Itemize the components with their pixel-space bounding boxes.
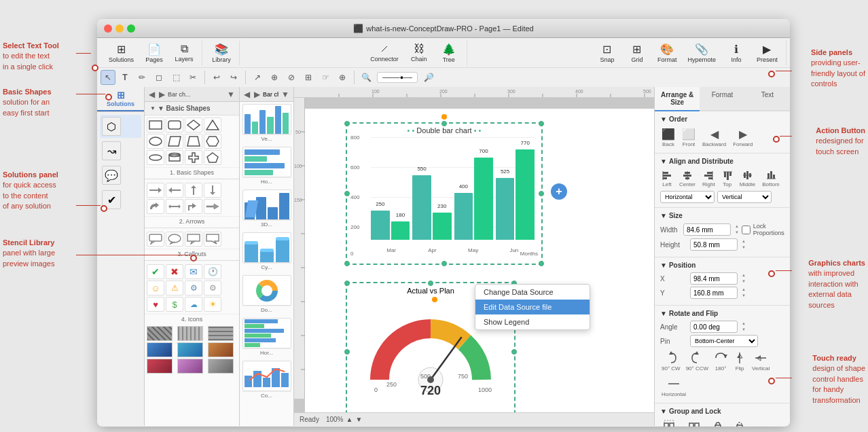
lasso-tool-btn[interactable]: ⬚ <box>168 70 183 85</box>
tab-arrange-size[interactable]: Arrange & Size <box>655 87 700 111</box>
library-btn[interactable]: 📚 Library <box>208 41 235 65</box>
draw-tool-btn[interactable]: ✏ <box>134 70 149 85</box>
rotate-90cw-btn[interactable]: 90° CW <box>660 350 682 373</box>
align-center-btn[interactable]: Center <box>678 168 697 189</box>
angle-spin[interactable]: ▲▼ <box>742 321 746 333</box>
shape-cross[interactable] <box>185 150 202 165</box>
solutions-btn[interactable]: ⊞ Solutions <box>105 41 138 65</box>
handle-bc[interactable] <box>441 261 447 266</box>
layers-btn[interactable]: ⧉ Layers <box>170 41 198 64</box>
arrow-down[interactable] <box>204 183 221 198</box>
hypernote-btn[interactable]: 📎 Hypernote <box>683 41 720 65</box>
pin-select[interactable]: Bottom-Center <box>690 335 758 347</box>
handle-br[interactable] <box>539 261 544 266</box>
arrow-up[interactable] <box>185 183 202 198</box>
chart-thumb-do[interactable]: Do... <box>242 275 291 314</box>
handle-tc[interactable] <box>441 121 447 126</box>
texture-5[interactable] <box>177 342 203 357</box>
solution-basic-shapes[interactable]: ⬡ <box>100 115 141 138</box>
chart-thumb-co[interactable]: Co... <box>242 361 291 399</box>
shape-ellipse[interactable] <box>147 134 164 149</box>
texture-9[interactable] <box>208 359 234 374</box>
chain-btn[interactable]: ⛓ Chain <box>405 41 433 64</box>
grid-btn[interactable]: ⊞ Grid <box>623 41 651 65</box>
zoom-slider[interactable]: ────●── <box>377 72 418 83</box>
zoom-stepper-down[interactable]: ▼ <box>355 416 362 423</box>
x-spin[interactable]: ▲▼ <box>742 272 746 285</box>
basic-shapes-header[interactable]: ▼ ▼ Basic Shapes <box>145 102 239 115</box>
solutions-tab[interactable]: ⊞Solutions <box>97 87 144 111</box>
shape-oval[interactable] <box>147 150 164 165</box>
solution-item-3[interactable]: 💬 <box>100 164 141 187</box>
gauge-handle-tl[interactable] <box>344 281 350 286</box>
texture-4[interactable] <box>147 342 173 357</box>
redo-btn[interactable]: ↪ <box>226 70 241 85</box>
back-btn[interactable]: ⬛ Back <box>660 126 676 149</box>
y-input[interactable] <box>690 287 738 299</box>
connect-btn[interactable]: ⊕ <box>267 70 282 85</box>
lock-checkbox[interactable] <box>742 226 751 234</box>
backward-btn[interactable]: ◀ Backward <box>701 126 727 149</box>
zoom-btn[interactable]: ⊕ <box>335 70 350 85</box>
move-btn[interactable]: ⊞ <box>301 70 316 85</box>
charts-back-btn[interactable]: ◀ <box>242 90 251 99</box>
charts-fwd-btn[interactable]: ▶ <box>253 90 261 99</box>
lock-btn[interactable]: Lock <box>711 418 725 427</box>
nav-forward-btn[interactable]: ▶ <box>158 90 166 99</box>
chart-thumb-3d[interactable]: 3D... <box>242 190 291 228</box>
arrow-3d[interactable] <box>204 199 221 214</box>
pointer-btn[interactable]: ↗ <box>250 70 265 85</box>
v-distribute-select[interactable]: Vertical <box>717 191 772 203</box>
y-spin[interactable]: ▲▼ <box>742 287 746 299</box>
format-btn[interactable]: 🎨 Format <box>653 41 681 65</box>
callout-4[interactable] <box>204 232 221 247</box>
texture-3[interactable] <box>208 326 234 341</box>
gauge-handle-tc[interactable] <box>428 281 433 286</box>
icon-check[interactable]: ✔ <box>147 264 164 279</box>
pages-btn[interactable]: 📄 Pages <box>141 41 168 65</box>
select-tool-btn[interactable]: ↖ <box>101 70 115 85</box>
maximize-button[interactable] <box>127 24 135 33</box>
context-change-source[interactable]: Change Data Source <box>475 285 590 300</box>
icon-cloud[interactable]: ☁ <box>185 297 202 312</box>
flip-vertical-btn[interactable]: Vertical <box>751 350 771 373</box>
icon-mail[interactable]: ✉ <box>185 264 202 279</box>
width-spin[interactable]: ▲▼ <box>735 223 739 236</box>
icon-warning[interactable]: ⚠ <box>166 281 183 295</box>
handle-tl[interactable] <box>344 121 350 126</box>
arrow-double[interactable] <box>166 199 183 214</box>
texture-8[interactable] <box>177 359 203 374</box>
solution-item-2[interactable]: ↝ <box>100 139 141 162</box>
angle-input[interactable] <box>690 321 738 333</box>
group-btn[interactable]: Group <box>660 418 678 427</box>
texture-2[interactable] <box>177 326 203 341</box>
chart-thumb-cy[interactable]: Cy... <box>242 232 291 271</box>
arrow-left[interactable] <box>166 183 183 198</box>
gauge-handle-ml[interactable] <box>344 349 350 355</box>
minimize-button[interactable] <box>115 24 124 33</box>
chart-thumb-ho[interactable]: Ho... <box>242 147 291 185</box>
texture-1[interactable] <box>147 326 173 341</box>
callout-3[interactable] <box>185 232 202 247</box>
nav-back-btn[interactable]: ◀ <box>147 90 156 99</box>
shape-rect[interactable] <box>147 118 164 132</box>
arrow-curved[interactable] <box>147 199 164 214</box>
hand-btn[interactable]: ☞ <box>318 70 333 85</box>
chart-thumb-hor[interactable]: Hor... <box>242 318 291 357</box>
arrow-bent[interactable] <box>185 199 202 214</box>
shape-hexagon[interactable] <box>204 134 221 149</box>
arrow-right[interactable] <box>147 183 164 198</box>
text-tool-btn[interactable]: T <box>117 70 132 85</box>
height-spin[interactable]: ▲▼ <box>742 238 746 251</box>
flip-horizontal-btn[interactable]: Horizontal <box>660 376 687 399</box>
icon-clock[interactable]: 🕐 <box>204 264 221 279</box>
flip-btn[interactable]: Flip <box>731 350 748 373</box>
tab-text[interactable]: Text <box>745 87 790 111</box>
icon-smile[interactable]: ☺ <box>147 281 164 295</box>
shape-diamond[interactable] <box>185 118 202 132</box>
shape-cylinder[interactable] <box>166 150 183 165</box>
connector-btn[interactable]: ⟋ Connector <box>366 41 403 64</box>
snap-btn[interactable]: ⊡ Snap <box>594 41 621 65</box>
texture-7[interactable] <box>147 359 173 374</box>
add-data-btn[interactable]: + <box>551 183 567 200</box>
